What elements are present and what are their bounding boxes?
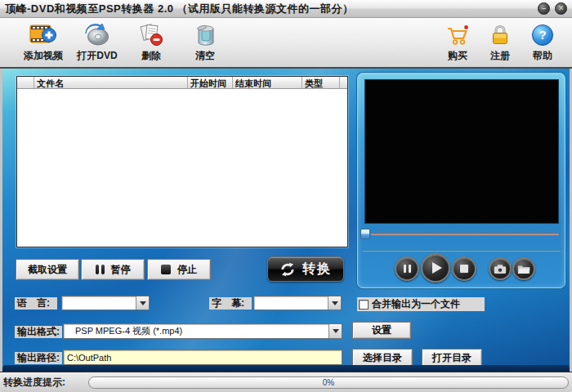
video-preview[interactable] <box>364 79 559 224</box>
add-video-button[interactable]: 添加视频 <box>16 20 70 65</box>
player-stop-icon <box>460 265 468 273</box>
subtitle-select[interactable] <box>253 296 342 310</box>
toolbar-label: 注册 <box>490 49 510 63</box>
register-lock-icon <box>488 22 512 48</box>
capture-settings-label: 截取设置 <box>28 263 67 277</box>
progress-percent-text: 0% <box>323 378 334 387</box>
window-controls: – ✕ <box>538 2 567 15</box>
minimize-button[interactable]: – <box>538 2 550 15</box>
toolbar-label: 清空 <box>195 49 215 63</box>
output-path-label: 输出路径: <box>15 352 62 364</box>
open-dvd-icon <box>83 22 111 48</box>
merge-output-label: 合并输出为一个文件 <box>372 297 460 311</box>
delete-button[interactable]: 删除 <box>124 20 178 65</box>
column-check[interactable] <box>17 77 34 88</box>
toolbar-label: 添加视频 <box>24 49 63 63</box>
toolbar-label: 删除 <box>141 49 161 63</box>
output-format-label: 输出格式: <box>15 326 62 338</box>
pause-icon <box>96 265 105 274</box>
player-play-icon <box>432 262 442 274</box>
open-directory-button[interactable]: 打开目录 <box>422 349 482 367</box>
merge-output-checkbox[interactable]: 合并输出为一个文件 <box>357 297 485 311</box>
toolbar: 添加视频 打开DVD <box>0 18 572 69</box>
toolbar-label: 帮助 <box>533 49 552 63</box>
file-list-header: 文件名 开始时间 结束时间 类型 <box>17 77 347 89</box>
column-type[interactable]: 类型 <box>302 77 340 88</box>
output-format-select[interactable]: PSP MPEG-4 视频 (*.mp4) <box>63 323 342 339</box>
subtitle-label: 字 幕: <box>209 297 252 310</box>
bottom-band <box>2 365 570 372</box>
clear-icon <box>192 22 218 48</box>
help-icon: ? <box>532 22 553 48</box>
file-list: 文件名 开始时间 结束时间 类型 <box>16 76 348 247</box>
choose-directory-label: 选择目录 <box>363 351 402 365</box>
convert-icon <box>279 261 296 278</box>
toolbar-right: 购买 注册 ? 帮助 <box>438 20 562 65</box>
language-select[interactable] <box>61 296 150 310</box>
open-dvd-button[interactable]: 打开DVD <box>70 20 124 65</box>
chevron-down-icon[interactable] <box>136 296 149 310</box>
toolbar-label: 购买 <box>448 49 467 63</box>
conversion-progress-bar: 0% <box>88 376 569 389</box>
settings-label: 设置 <box>372 323 391 337</box>
file-list-body[interactable] <box>17 89 347 247</box>
stop-button[interactable]: 停止 <box>147 259 211 280</box>
checkbox-icon[interactable] <box>359 300 369 310</box>
player-stop-button[interactable] <box>452 256 476 281</box>
open-folder-button[interactable] <box>512 257 535 280</box>
delete-icon <box>138 22 164 48</box>
app-window: 顶峰-DVD和视频至PSP转换器 2.0 （试用版只能转换源文件的一部分） – … <box>0 0 572 392</box>
preview-panel <box>357 73 565 288</box>
seek-slider-track[interactable] <box>371 233 559 235</box>
stop-icon <box>161 265 171 274</box>
buy-button[interactable]: 购买 <box>438 20 477 65</box>
toolbar-label: 打开DVD <box>77 49 117 63</box>
statusbar: 转换进度提示: 0% <box>0 372 572 392</box>
column-start-time[interactable]: 开始时间 <box>188 77 233 88</box>
capture-settings-button[interactable]: 截取设置 <box>16 259 79 280</box>
close-button[interactable]: ✕ <box>555 2 567 15</box>
player-pause-button[interactable] <box>395 256 419 281</box>
open-directory-label: 打开目录 <box>432 351 471 365</box>
add-video-icon <box>29 22 57 48</box>
column-end-time[interactable]: 结束时间 <box>233 77 302 88</box>
seek-slider-thumb[interactable] <box>360 229 370 239</box>
language-label: 语 言: <box>15 297 57 310</box>
main-area: 文件名 开始时间 结束时间 类型 截取设置 暂停 停止 <box>0 69 572 372</box>
progress-hint-label: 转换进度提示: <box>3 376 65 390</box>
player-pause-icon <box>404 265 411 273</box>
pause-label: 暂停 <box>111 263 131 277</box>
snapshot-button[interactable] <box>489 257 512 280</box>
column-spacer <box>340 77 347 88</box>
register-button[interactable]: 注册 <box>480 20 520 65</box>
player-play-button[interactable] <box>421 253 450 283</box>
clear-button[interactable]: 清空 <box>178 20 232 65</box>
titlebar: 顶峰-DVD和视频至PSP转换器 2.0 （试用版只能转换源文件的一部分） – … <box>0 0 572 18</box>
help-button[interactable]: ? 帮助 <box>523 20 562 65</box>
window-title: 顶峰-DVD和视频至PSP转换器 2.0 （试用版只能转换源文件的一部分） <box>5 2 354 16</box>
panel-divider <box>363 250 561 252</box>
settings-button[interactable]: 设置 <box>352 322 411 339</box>
chevron-down-icon[interactable] <box>328 296 341 310</box>
buy-cart-icon <box>445 22 470 48</box>
camera-icon <box>494 264 507 274</box>
pause-button[interactable]: 暂停 <box>81 259 145 280</box>
output-path-input[interactable]: C:\OutPath <box>63 350 342 365</box>
convert-button[interactable]: 转换 <box>267 256 344 282</box>
column-filename[interactable]: 文件名 <box>34 77 188 88</box>
choose-directory-button[interactable]: 选择目录 <box>352 349 413 367</box>
output-format-value: PSP MPEG-4 视频 (*.mp4) <box>64 325 328 337</box>
chevron-down-icon[interactable] <box>328 324 342 338</box>
folder-icon <box>517 264 530 274</box>
stop-label: 停止 <box>177 263 197 277</box>
convert-label: 转换 <box>302 261 332 278</box>
